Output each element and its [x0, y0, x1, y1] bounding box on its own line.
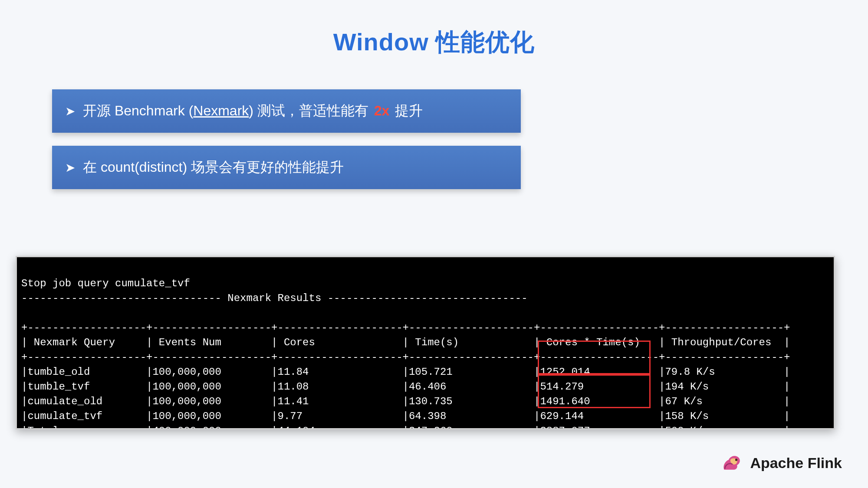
bullet-1-highlight: 2x: [374, 103, 390, 118]
terminal-border: +-------------------+-------------------…: [21, 351, 790, 363]
terminal-line: Stop job query cumulate_tvf: [21, 278, 190, 289]
slide: Window 性能优化 ➤ 开源 Benchmark (Nexmark) 测试，…: [0, 0, 868, 488]
svg-marker-0: [35, 432, 122, 475]
highlight-box-1: [538, 341, 651, 374]
bullet-arrow-icon: ➤: [65, 104, 75, 118]
footer-brand-text: Apache Flink: [750, 455, 842, 472]
svg-point-10: [735, 459, 737, 461]
bullet-arrow-icon: ➤: [65, 160, 75, 175]
table-row: |cumulate_old |100,000,000 |11.41 |130.7…: [21, 396, 790, 407]
table-row: |tumble_tvf |100,000,000 |11.08 |46.406 …: [21, 381, 790, 393]
table-row: |cumulate_tvf |100,000,000 |9.77 |64.398…: [21, 410, 790, 422]
terminal-line: -------------------------------- Nexmark…: [21, 292, 528, 304]
svg-marker-1: [35, 453, 78, 488]
bullets-container: ➤ 开源 Benchmark (Nexmark) 测试，普适性能有 2x 提升 …: [52, 89, 521, 189]
page-title: Window 性能优化: [0, 0, 868, 59]
bullet-1-pre: 开源 Benchmark (: [83, 103, 193, 118]
terminal-header: | Nexmark Query | Events Num | Cores | T…: [21, 337, 790, 348]
bullet-1-text: 开源 Benchmark (Nexmark) 测试，普适性能有 2x 提升: [83, 102, 423, 121]
bullet-2: ➤ 在 count(distinct) 场景会有更好的性能提升: [52, 146, 521, 189]
nexmark-link[interactable]: Nexmark: [193, 103, 249, 118]
bullet-2-text: 在 count(distinct) 场景会有更好的性能提升: [83, 158, 344, 177]
flink-logo-icon: [720, 451, 744, 475]
table-row: |tumble_old |100,000,000 |11.84 |105.721…: [21, 366, 790, 378]
bullet-1-mid: ) 测试，普适性能有: [249, 103, 372, 118]
terminal-output: Stop job query cumulate_tvf ------------…: [16, 256, 835, 429]
bullet-1-post: 提升: [391, 103, 423, 118]
svg-marker-2: [78, 453, 122, 488]
terminal-border: +-------------------+-------------------…: [21, 322, 790, 334]
table-row: |Total |400,000,000 |44.104 |347.260 |38…: [21, 425, 790, 429]
bullet-1: ➤ 开源 Benchmark (Nexmark) 测试，普适性能有 2x 提升: [52, 89, 521, 133]
footer-logo: Apache Flink: [720, 451, 842, 475]
highlight-box-2: [538, 374, 651, 408]
